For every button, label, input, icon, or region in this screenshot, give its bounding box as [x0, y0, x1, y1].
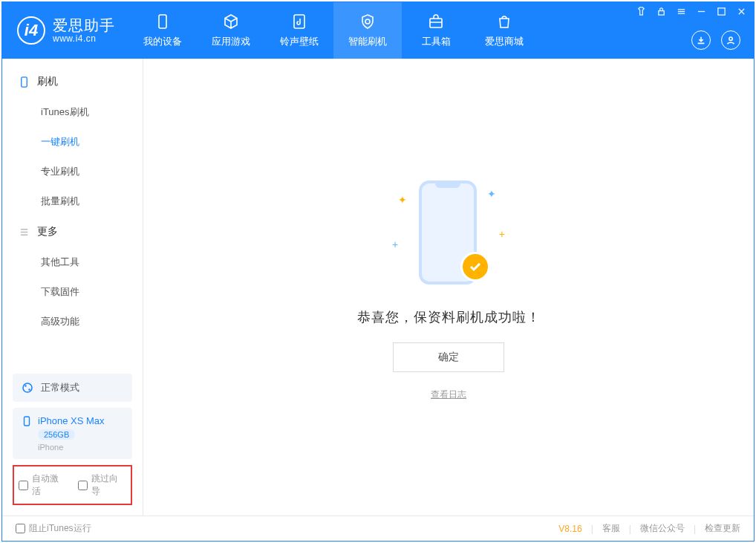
device-icon: [154, 13, 172, 30]
tab-toolbox[interactable]: 工具箱: [402, 2, 470, 59]
phone-icon: [19, 77, 30, 88]
svg-point-9: [28, 388, 30, 390]
nav-item-pro-flash[interactable]: 专业刷机: [2, 157, 143, 186]
svg-rect-1: [294, 15, 304, 28]
checkbox-label: 自动激活: [32, 472, 68, 498]
wechat-link[interactable]: 微信公众号: [640, 522, 685, 535]
device-mode[interactable]: 正常模式: [13, 374, 132, 402]
device-type: iPhone: [38, 443, 63, 452]
nav-section-label: 刷机: [37, 75, 58, 88]
nav-item-download-firmware[interactable]: 下载固件: [2, 277, 143, 307]
check-update-link[interactable]: 检查更新: [705, 522, 740, 535]
checkbox-block-itunes[interactable]: 阻止iTunes运行: [16, 522, 91, 535]
menu-icon[interactable]: [677, 7, 686, 19]
sidebar-nav: 刷机 iTunes刷机 一键刷机 专业刷机 批量刷机 更多 其他工具 下载固件 …: [2, 59, 143, 336]
svg-rect-10: [25, 417, 30, 426]
footer: 阻止iTunes运行 V8.16 | 客服 | 微信公众号 | 检查更新: [2, 516, 754, 541]
nav-section-flash: 刷机: [2, 66, 143, 97]
download-button[interactable]: [691, 30, 711, 50]
user-button[interactable]: [721, 30, 740, 50]
success-illustration: ✦ ✦ + +: [382, 173, 515, 292]
tab-label: 我的设备: [143, 35, 182, 48]
tab-apps-games[interactable]: 应用游戏: [197, 2, 265, 59]
music-file-icon: [290, 13, 308, 30]
check-badge-icon: [460, 252, 490, 282]
cube-icon: [222, 13, 240, 30]
separator: |: [694, 524, 696, 534]
header-actions: [691, 30, 740, 50]
tab-label: 铃声壁纸: [280, 35, 319, 48]
checkbox-label: 跳过向导: [91, 472, 127, 498]
main-content: ✦ ✦ + + 恭喜您，保资料刷机成功啦！ 确定 查看日志: [143, 59, 754, 516]
tab-smart-flash[interactable]: 智能刷机: [333, 2, 402, 59]
body: 刷机 iTunes刷机 一键刷机 专业刷机 批量刷机 更多 其他工具 下载固件 …: [2, 59, 754, 516]
svg-rect-4: [718, 8, 725, 15]
nav-item-other-tools[interactable]: 其他工具: [2, 247, 143, 277]
tab-label: 工具箱: [422, 35, 451, 48]
checkbox-skip-wizard[interactable]: 跳过向导: [78, 472, 127, 498]
header: i4 爱思助手 www.i4.cn 我的设备 应用游戏 铃声壁纸 智能刷机: [2, 2, 754, 59]
svg-rect-2: [430, 19, 442, 27]
minimize-button[interactable]: [697, 7, 706, 19]
mode-icon: [22, 382, 33, 394]
maximize-button[interactable]: [717, 7, 726, 19]
shirt-icon[interactable]: [636, 7, 646, 19]
checkbox-auto-activate[interactable]: 自动激活: [19, 472, 68, 498]
tab-my-device[interactable]: 我的设备: [128, 2, 197, 59]
tab-label: 应用游戏: [212, 35, 250, 48]
bag-icon: [495, 13, 513, 30]
device-capacity: 256GB: [38, 429, 75, 440]
separator: |: [591, 524, 593, 534]
sidebar: 刷机 iTunes刷机 一键刷机 专业刷机 批量刷机 更多 其他工具 下载固件 …: [2, 59, 143, 516]
svg-point-5: [729, 37, 732, 40]
svg-rect-6: [22, 77, 27, 86]
tab-store[interactable]: 爱思商城: [470, 2, 538, 59]
logo: i4 爱思助手 www.i4.cn: [2, 2, 128, 59]
device-card[interactable]: iPhone XS Max 256GB iPhone: [13, 408, 132, 459]
nav-section-label: 更多: [37, 225, 58, 238]
ok-button[interactable]: 确定: [393, 342, 504, 372]
main-tabs: 我的设备 应用游戏 铃声壁纸 智能刷机 工具箱 爱思商城: [128, 2, 538, 59]
sparkle-icon: ✦: [398, 194, 407, 206]
device-name-label: iPhone XS Max: [38, 415, 105, 426]
mode-label: 正常模式: [41, 381, 79, 394]
close-button[interactable]: [737, 7, 746, 19]
separator: |: [629, 524, 631, 534]
refresh-badge-icon: [359, 13, 377, 30]
nav-item-advanced[interactable]: 高级功能: [2, 307, 143, 336]
tab-label: 智能刷机: [348, 35, 387, 48]
list-icon: [19, 227, 30, 238]
lock-icon[interactable]: [656, 7, 666, 19]
svg-point-8: [25, 385, 26, 386]
flash-options: 自动激活 跳过向导: [13, 465, 132, 505]
svg-rect-0: [159, 15, 166, 28]
toolbox-icon: [427, 13, 445, 30]
view-log-link[interactable]: 查看日志: [431, 388, 466, 401]
svg-point-7: [23, 383, 32, 392]
logo-icon: i4: [17, 16, 45, 45]
tab-ringtone-wallpaper[interactable]: 铃声壁纸: [265, 2, 333, 59]
checkbox-label: 阻止iTunes运行: [29, 522, 91, 535]
nav-item-oneclick-flash[interactable]: 一键刷机: [2, 127, 143, 157]
tab-label: 爱思商城: [485, 35, 524, 48]
app-url: www.i4.cn: [53, 34, 115, 45]
device-phone-icon: [22, 416, 32, 426]
app-window: i4 爱思助手 www.i4.cn 我的设备 应用游戏 铃声壁纸 智能刷机: [1, 1, 755, 542]
success-message: 恭喜您，保资料刷机成功啦！: [357, 308, 541, 326]
titlebar-controls: [636, 7, 746, 19]
nav-item-itunes-flash[interactable]: iTunes刷机: [2, 97, 143, 127]
sparkle-icon: +: [392, 238, 398, 250]
version-label: V8.16: [558, 524, 581, 534]
sparkle-icon: ✦: [487, 188, 496, 200]
nav-item-batch-flash[interactable]: 批量刷机: [2, 186, 143, 216]
customer-service-link[interactable]: 客服: [602, 522, 620, 535]
nav-section-more: 更多: [2, 216, 143, 247]
app-title: 爱思助手: [53, 17, 115, 34]
svg-rect-3: [659, 11, 664, 16]
sparkle-icon: +: [499, 228, 505, 240]
